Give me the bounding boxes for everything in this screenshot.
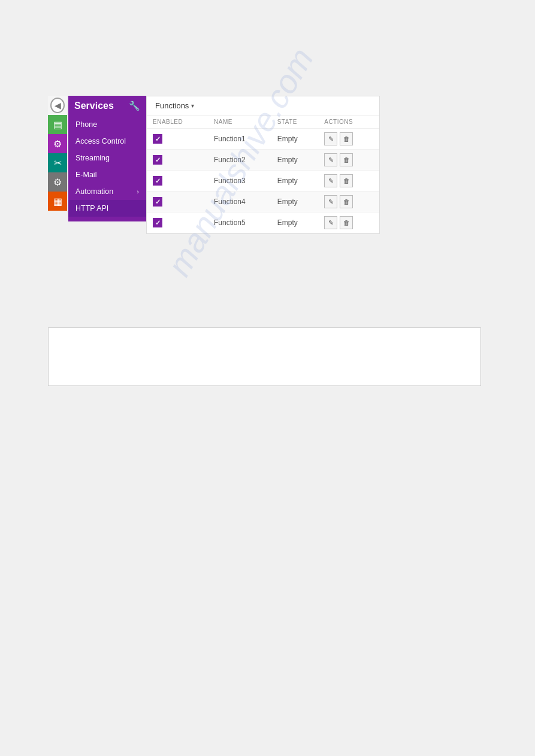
sidebar-item-automation-label: Automation — [75, 187, 113, 196]
sidebar-item-streaming[interactable]: Streaming — [68, 150, 146, 166]
table-row: Function4Empty✎🗑 — [147, 192, 379, 212]
delete-button[interactable]: 🗑 — [340, 195, 353, 208]
table-cell-actions: ✎🗑 — [318, 129, 379, 150]
col-enabled: ENABLED — [147, 116, 208, 129]
delete-button[interactable]: 🗑 — [340, 132, 353, 145]
table-cell-actions: ✎🗑 — [318, 192, 379, 212]
stats-icon-btn[interactable]: ▤ — [48, 115, 67, 134]
grid-icon-btn[interactable]: ▦ — [48, 192, 67, 211]
table-cell-state: Empty — [271, 150, 319, 171]
tools-icon-btn[interactable]: ✂ — [48, 153, 67, 172]
table-cell-state: Empty — [271, 129, 319, 150]
table-cell-enabled — [147, 171, 208, 192]
stats-icon: ▤ — [53, 119, 62, 130]
enabled-checkbox[interactable] — [153, 218, 162, 227]
sidebar-title: Services — [74, 101, 114, 111]
table-row: Function2Empty✎🗑 — [147, 150, 379, 171]
table-cell-state: Empty — [271, 171, 319, 192]
delete-button[interactable]: 🗑 — [340, 216, 353, 229]
delete-button[interactable]: 🗑 — [340, 174, 353, 187]
enabled-checkbox[interactable] — [153, 134, 162, 144]
table-cell-enabled — [147, 212, 208, 233]
table-cell-actions: ✎🗑 — [318, 212, 379, 233]
col-name: NAME — [208, 116, 271, 129]
enabled-checkbox[interactable] — [153, 176, 162, 186]
edit-button[interactable]: ✎ — [324, 216, 337, 229]
functions-table: ENABLED NAME STATE ACTIONS Function1Empt… — [147, 116, 379, 233]
bottom-content-box — [48, 327, 481, 386]
back-icon: ◀ — [55, 101, 61, 110]
table-row: Function1Empty✎🗑 — [147, 129, 379, 150]
content-header: Functions ▾ — [147, 96, 379, 116]
sidebar-item-phone[interactable]: Phone — [68, 116, 146, 133]
table-cell-name: Function1 — [208, 129, 271, 150]
users-icon: ⚙ — [53, 138, 62, 150]
edit-button[interactable]: ✎ — [324, 132, 337, 145]
enabled-checkbox[interactable] — [153, 155, 162, 165]
functions-dropdown-label: Functions — [155, 101, 189, 110]
table-cell-actions: ✎🗑 — [318, 150, 379, 171]
table-cell-name: Function3 — [208, 171, 271, 192]
sidebar-item-access-control[interactable]: Access Control — [68, 133, 146, 150]
gear-icon-btn[interactable]: ⚙ — [48, 172, 67, 192]
edit-button[interactable]: ✎ — [324, 195, 337, 208]
tools-icon: ✂ — [54, 157, 62, 169]
sidebar-item-streaming-label: Streaming — [75, 154, 110, 162]
wrench-icon: 🔧 — [129, 101, 140, 111]
gear-icon: ⚙ — [53, 177, 62, 188]
sidebar-item-email-label: E-Mail — [75, 171, 96, 179]
table-cell-name: Function4 — [208, 192, 271, 212]
table-cell-state: Empty — [271, 212, 319, 233]
functions-dropdown[interactable]: Functions ▾ — [155, 101, 194, 110]
table-row: Function3Empty✎🗑 — [147, 171, 379, 192]
sidebar: Services 🔧 Phone Access Control Streamin… — [68, 96, 146, 221]
table-cell-enabled — [147, 192, 208, 212]
sidebar-item-http-api-label: HTTP API — [75, 204, 108, 212]
sidebar-item-email[interactable]: E-Mail — [68, 166, 146, 183]
table-row: Function5Empty✎🗑 — [147, 212, 379, 233]
enabled-checkbox[interactable] — [153, 197, 162, 207]
table-header-row: ENABLED NAME STATE ACTIONS — [147, 116, 379, 129]
sidebar-header: Services 🔧 — [68, 96, 146, 116]
table-cell-state: Empty — [271, 192, 319, 212]
sidebar-item-http-api[interactable]: HTTP API — [68, 200, 146, 217]
back-button[interactable]: ◀ — [50, 98, 65, 113]
sidebar-item-access-control-label: Access Control — [75, 137, 126, 145]
table-cell-name: Function2 — [208, 150, 271, 171]
edit-button[interactable]: ✎ — [324, 153, 337, 166]
grid-icon: ▦ — [53, 196, 62, 207]
sidebar-item-automation[interactable]: Automation › — [68, 183, 146, 200]
col-state: STATE — [271, 116, 319, 129]
content-panel: Functions ▾ ENABLED NAME STATE ACTIONS F… — [146, 96, 380, 234]
edit-button[interactable]: ✎ — [324, 174, 337, 187]
table-cell-actions: ✎🗑 — [318, 171, 379, 192]
delete-button[interactable]: 🗑 — [340, 153, 353, 166]
chevron-down-icon: ▾ — [191, 102, 194, 109]
table-cell-enabled — [147, 129, 208, 150]
chevron-right-icon: › — [137, 188, 139, 195]
table-cell-name: Function5 — [208, 212, 271, 233]
users-icon-btn[interactable]: ⚙ — [48, 134, 67, 153]
col-actions: ACTIONS — [318, 116, 379, 129]
table-cell-enabled — [147, 150, 208, 171]
sidebar-item-phone-label: Phone — [75, 120, 97, 129]
